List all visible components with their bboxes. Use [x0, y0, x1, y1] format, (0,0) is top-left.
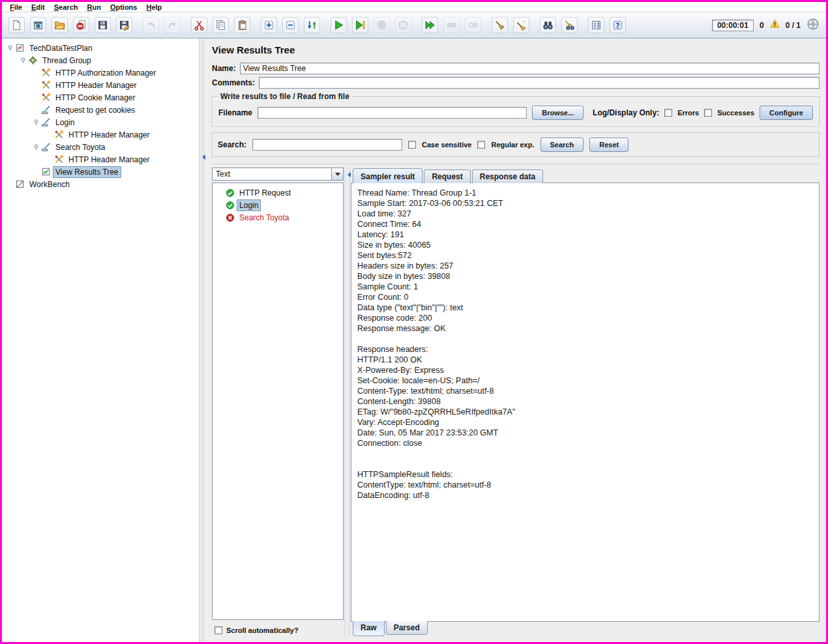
menu-options[interactable]: Options — [106, 3, 142, 11]
open-folder-icon — [54, 20, 65, 31]
menu-search[interactable]: Search — [50, 3, 83, 11]
templates-button[interactable] — [30, 17, 46, 33]
tree-node-request-to-get-cookies[interactable]: Request to get cookies — [5, 104, 199, 116]
open-folder-button[interactable] — [52, 17, 68, 33]
toolbar-buttons: ? — [8, 17, 636, 33]
browse-button[interactable]: Browse... — [532, 106, 584, 120]
tree-knob-icon — [6, 44, 14, 52]
scroll-automatically-label: Scroll automatically? — [226, 626, 299, 634]
save-as-icon — [119, 20, 130, 31]
log-display-label: Log/Display Only: — [593, 108, 659, 117]
result-item-label: Search Toyota — [237, 212, 291, 223]
result-item-login[interactable]: Login — [214, 199, 342, 211]
write-results-groupbox: Write results to file / Read from file F… — [212, 96, 820, 126]
tree-node-http-cookie-manager[interactable]: HTTP Cookie Manager — [5, 91, 199, 104]
search-button[interactable]: Search — [540, 138, 584, 152]
log-error-count: 0 — [760, 21, 764, 30]
render-tab-raw[interactable]: Raw — [353, 621, 385, 636]
groupbox-title: Write results to file / Read from file — [218, 92, 352, 101]
toggle-button[interactable] — [304, 17, 320, 33]
comments-input[interactable] — [259, 77, 820, 89]
new-file-button[interactable] — [8, 17, 25, 33]
filename-input[interactable] — [258, 107, 527, 119]
toolbar-status: 00:00:01 0 0 / 1 — [712, 18, 820, 33]
result-item-search-toyota[interactable]: Search Toyota — [214, 211, 342, 224]
clear-all-button[interactable] — [513, 17, 529, 33]
shutdown-button[interactable] — [395, 17, 411, 33]
tab-sampler-result[interactable]: Sampler result — [353, 168, 422, 183]
tree-node-view-results-tree[interactable]: View Results Tree — [5, 166, 199, 178]
sampler-icon — [41, 117, 51, 127]
thread-count: 0 / 1 — [786, 21, 801, 30]
stop-button[interactable] — [374, 17, 390, 33]
menu-edit[interactable]: Edit — [27, 3, 50, 11]
configure-button[interactable]: Configure — [760, 106, 813, 120]
undo-button[interactable] — [143, 17, 159, 33]
menu-help[interactable]: Help — [141, 3, 166, 11]
scroll-automatically-checkbox[interactable] — [214, 626, 222, 634]
renderer-select[interactable]: Text — [212, 168, 344, 181]
collapse-all-icon — [285, 20, 296, 31]
regular-exp-checkbox[interactable] — [477, 141, 485, 149]
tree-node-http-authorization-manager[interactable]: HTTP Authorization Manager — [5, 66, 199, 79]
renderer-selected-value: Text — [213, 168, 331, 180]
function-helper-icon — [591, 20, 602, 31]
collapse-all-button[interactable] — [282, 17, 299, 33]
config-icon — [41, 68, 51, 78]
search-reset-button[interactable] — [561, 17, 578, 33]
tab-response-data[interactable]: Response data — [472, 169, 543, 183]
tree-node-http-header-manager[interactable]: HTTP Header Manager — [5, 128, 199, 141]
errors-checkbox[interactable] — [664, 109, 672, 117]
save-as-button[interactable] — [116, 17, 132, 33]
menu-run[interactable]: Run — [82, 3, 105, 11]
expand-all-button[interactable] — [261, 17, 277, 33]
cut-button[interactable] — [191, 17, 207, 33]
clear-icon — [494, 20, 505, 31]
redo-button[interactable] — [164, 17, 181, 33]
workbench-icon — [15, 179, 25, 189]
warning-indicator[interactable] — [770, 19, 780, 31]
save-button[interactable] — [95, 17, 111, 33]
tree-splitter[interactable] — [199, 38, 204, 642]
clear-button[interactable] — [492, 17, 508, 33]
search-input[interactable] — [252, 139, 402, 151]
result-item-http-request[interactable]: HTTP Request — [214, 186, 342, 199]
remote-shutdown-all-button[interactable] — [465, 17, 481, 33]
successes-checkbox[interactable] — [704, 109, 712, 117]
listener-icon — [41, 167, 51, 177]
render-tab-parsed[interactable]: Parsed — [386, 621, 428, 635]
case-sensitive-checkbox[interactable] — [408, 141, 416, 149]
search-label: Search: — [218, 140, 246, 149]
results-splitter[interactable] — [344, 168, 350, 637]
tree-node-http-header-manager[interactable]: HTTP Header Manager — [5, 153, 199, 166]
start-no-pauses-button[interactable] — [352, 17, 368, 33]
tree-node-login[interactable]: Login — [5, 116, 199, 128]
name-input[interactable] — [240, 63, 820, 74]
successes-checkbox-label: Successes — [717, 109, 754, 117]
errors-checkbox-label: Errors — [677, 109, 699, 117]
search-button[interactable] — [540, 17, 556, 33]
remote-start-all-button[interactable] — [422, 17, 438, 33]
reset-button[interactable]: Reset — [589, 138, 628, 152]
jmeter-window: FileEditSearchRunOptionsHelp ? 00:00:01 … — [0, 0, 828, 644]
tab-request[interactable]: Request — [424, 169, 470, 183]
tree-node-search-toyota[interactable]: Search Toyota — [5, 141, 199, 153]
tree-node-techdatatestplan[interactable]: TechDataTestPlan — [5, 42, 199, 54]
results-right-column: Sampler resultRequestResponse data Threa… — [351, 168, 820, 637]
paste-button[interactable] — [234, 17, 250, 33]
start-button[interactable] — [331, 17, 347, 33]
close-file-button[interactable] — [73, 17, 89, 33]
help-button[interactable]: ? — [610, 17, 626, 33]
tree-node-label: TechDataTestPlan — [27, 43, 95, 53]
menu-file[interactable]: File — [5, 3, 27, 11]
renderer-dropdown-button[interactable] — [331, 168, 343, 180]
tree-node-thread-group[interactable]: Thread Group — [5, 54, 199, 66]
function-helper-button[interactable] — [588, 17, 604, 33]
tree-node-label: HTTP Header Manager — [53, 80, 139, 91]
results-left-column: Text HTTP RequestLoginSearch Toyota Scro… — [212, 168, 344, 637]
remote-stop-all-button[interactable] — [443, 17, 460, 33]
copy-button[interactable] — [213, 17, 229, 33]
case-sensitive-label: Case sensitive — [422, 141, 471, 149]
tree-node-workbench[interactable]: WorkBench — [5, 178, 199, 190]
tree-node-http-header-manager[interactable]: HTTP Header Manager — [5, 79, 199, 91]
